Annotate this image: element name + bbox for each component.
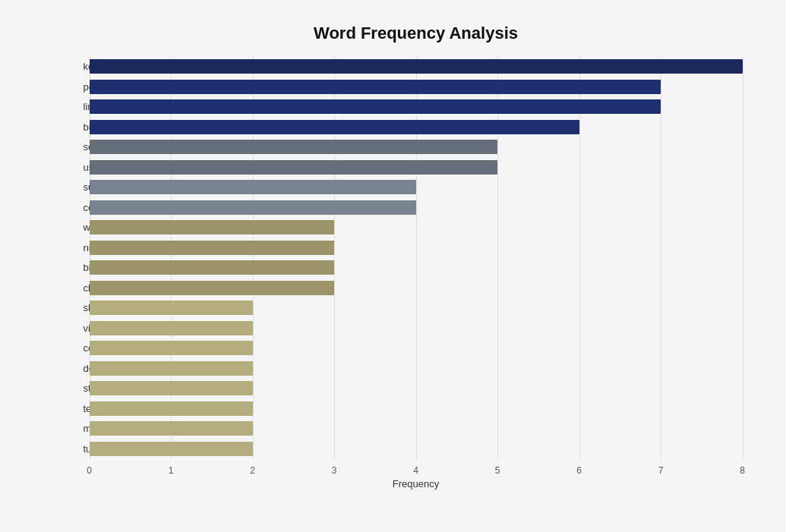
bar-peer	[90, 80, 661, 94]
bar-cert	[90, 200, 416, 215]
bar-row: nic	[90, 238, 743, 258]
bar-row: test	[90, 398, 743, 419]
chart-container: Word Frequency Analysis keypeerlinkerbui…	[14, 8, 773, 524]
bar-row: build	[90, 117, 743, 137]
bar-done	[90, 361, 253, 376]
bar-row: sudo	[90, 178, 743, 198]
bars-container: keypeerlinkerbuildserverusersudocertwork…	[90, 57, 743, 459]
x-tick: 7	[658, 465, 664, 476]
bar-tun	[90, 442, 253, 456]
bar-wrapper	[90, 258, 743, 279]
bar-row: server	[90, 137, 743, 158]
bar-wrapper	[90, 97, 743, 118]
bar-work	[90, 220, 335, 235]
bar-row: connection	[90, 338, 743, 359]
bar-server	[90, 140, 498, 154]
bar-row: key	[90, 57, 743, 77]
x-tick: 3	[332, 465, 337, 476]
chart-title: Word Frequency Analysis	[90, 24, 743, 43]
bar-row: user	[90, 157, 743, 178]
bar-wrapper	[90, 318, 743, 338]
bar-wrapper	[90, 218, 743, 238]
bar-wrapper	[90, 57, 743, 77]
x-tick: 1	[169, 465, 174, 476]
x-tick: 2	[250, 465, 255, 476]
bar-row: done	[90, 358, 743, 379]
x-tick: 6	[576, 465, 582, 476]
x-axis-label: Frequency	[393, 478, 439, 490]
bar-virtual	[90, 321, 253, 335]
bar-wrapper	[90, 439, 743, 459]
bar-linker	[90, 99, 661, 114]
bar-key	[90, 59, 743, 74]
bar-wrapper	[90, 117, 743, 137]
bar-row: start	[90, 379, 743, 399]
bar-connection	[90, 341, 253, 355]
bar-wrapper	[90, 358, 743, 379]
x-tick: 4	[413, 465, 418, 476]
bar-wrapper	[90, 77, 743, 97]
bar-user	[90, 160, 498, 175]
bar-wrapper	[90, 178, 743, 198]
bar-sudo	[90, 180, 416, 194]
bar-modprobe	[90, 421, 253, 436]
bar-row: bin	[90, 258, 743, 279]
bar-wrapper	[90, 238, 743, 258]
bar-build	[90, 120, 579, 134]
bar-test	[90, 401, 253, 416]
x-tick: 5	[495, 465, 500, 476]
bar-wrapper	[90, 398, 743, 419]
bar-wrapper	[90, 157, 743, 178]
x-axis: 012345678Frequency	[90, 459, 743, 490]
bar-wrapper	[90, 278, 743, 298]
bar-row: tun	[90, 439, 743, 459]
bar-row: shortwire	[90, 298, 743, 319]
bar-client	[90, 281, 335, 295]
x-tick: 8	[740, 465, 745, 476]
chart-area: keypeerlinkerbuildserverusersudocertwork…	[90, 57, 743, 490]
x-tick: 0	[87, 465, 92, 476]
bar-row: cert	[90, 197, 743, 218]
bar-wrapper	[90, 197, 743, 218]
bar-bin	[90, 260, 335, 275]
bar-wrapper	[90, 298, 743, 319]
bar-row: linker	[90, 97, 743, 118]
bar-wrapper	[90, 419, 743, 439]
bar-wrapper	[90, 379, 743, 399]
bar-row: modprobe	[90, 419, 743, 439]
bar-row: peer	[90, 77, 743, 97]
bar-wrapper	[90, 338, 743, 359]
bar-nic	[90, 241, 335, 255]
bar-row: virtual	[90, 318, 743, 338]
bar-row: work	[90, 218, 743, 238]
bar-shortwire	[90, 301, 253, 315]
bar-wrapper	[90, 137, 743, 158]
bar-row: client	[90, 278, 743, 298]
bar-start	[90, 381, 253, 395]
